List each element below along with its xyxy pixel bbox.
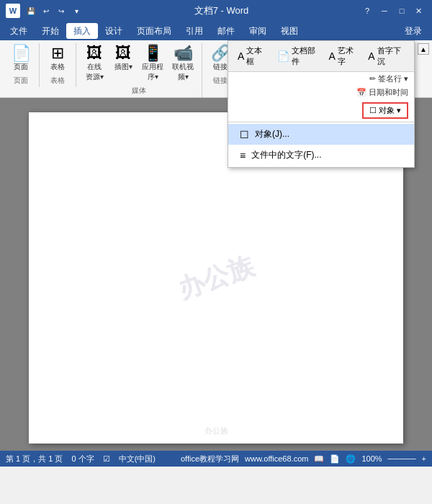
dropdown-items: ☐ 对象(J)... ≡ 文件中的文字(F)... <box>228 122 414 167</box>
status-bar: 第 1 页，共 1 页 0 个字 ☑ 中文(中国) office教程学习网 ww… <box>0 451 432 467</box>
language: 中文(中国) <box>119 454 156 464</box>
object-dropdown-arrow: ▾ <box>397 106 401 115</box>
object-item-icon: ☐ <box>240 129 249 140</box>
docparts-tab[interactable]: 📄 文档部件 <box>274 44 323 68</box>
undo-quick-btn[interactable]: ↩ <box>40 4 53 17</box>
menu-review[interactable]: 审阅 <box>242 23 274 39</box>
menu-page-layout[interactable]: 页面布局 <box>130 23 179 39</box>
object-header-btn[interactable]: ☐ 对象 ▾ <box>362 102 408 119</box>
close-btn[interactable]: ✕ <box>412 4 426 18</box>
ribbon-collapse-btn[interactable]: ▲ <box>418 43 429 55</box>
table-btn[interactable]: ⊞ 表格 <box>44 43 71 74</box>
sign-row-label: ✏ 签名行 ▾ <box>369 73 408 84</box>
online-source-btn[interactable]: 🖼 在线资源▾ <box>81 43 108 84</box>
textbox-label: 文本框 <box>246 45 266 67</box>
quick-access-more[interactable]: ▾ <box>70 4 83 17</box>
illustration-icon: 🖼 <box>115 45 131 61</box>
video-btn[interactable]: 📹 联机视频▾ <box>168 43 197 84</box>
site-label: office教程学习网 <box>181 454 239 464</box>
view-btn-print[interactable]: 📄 <box>330 454 340 464</box>
view-btn-web[interactable]: 🌐 <box>346 454 356 464</box>
sign-date-row: ✏ 签名行 ▾ <box>228 72 414 86</box>
page-btn[interactable]: 📄 页面 <box>7 43 35 74</box>
page-group-label: 页面 <box>14 76 28 86</box>
datetime-label: 📅 日期和时间 <box>356 87 408 98</box>
object-icon-small: ☐ <box>369 106 377 115</box>
menu-file[interactable]: 文件 <box>3 23 35 39</box>
title-bar: W 💾 ↩ ↪ ▾ 文档7 - Word ? ─ □ ✕ <box>0 0 432 22</box>
insert-file-text-item[interactable]: ≡ 文件中的文字(F)... <box>228 145 414 166</box>
video-icon: 📹 <box>174 45 193 61</box>
help-btn[interactable]: ? <box>360 4 374 18</box>
docparts-icon: 📄 <box>277 50 289 62</box>
wordart-tab[interactable]: A 艺术字 <box>325 44 361 68</box>
dropcap-label: 首字下沉 <box>377 45 405 67</box>
title-bar-left: W 💾 ↩ ↪ ▾ <box>6 4 83 18</box>
menu-view[interactable]: 视图 <box>274 23 305 39</box>
zoom-in[interactable]: + <box>422 454 426 463</box>
links-group-label: 链接 <box>213 76 228 86</box>
window-title: 文档7 - Word <box>194 4 249 17</box>
window-controls: ? ─ □ ✕ <box>360 4 426 18</box>
app-icon: 📱 <box>143 45 163 61</box>
ribbon-group-table: ⊞ 表格 表格 <box>40 43 76 87</box>
ribbon-group-page: 📄 页面 页面 <box>3 43 40 87</box>
watermark-bottom: 办公族 <box>204 426 228 436</box>
word-count: 0 个字 <box>71 454 94 464</box>
object-item-label: 对象(J)... <box>255 128 289 140</box>
watermark: 办公族 <box>174 248 258 308</box>
page-count: 第 1 页，共 1 页 <box>6 454 63 464</box>
menu-design[interactable]: 设计 <box>98 23 130 39</box>
menu-insert[interactable]: 插入 <box>66 23 98 39</box>
spell-check-icon: ☑ <box>103 454 110 464</box>
menu-bar: 文件 开始 插入 设计 页面布局 引用 邮件 审阅 视图 登录 <box>0 22 432 40</box>
minimize-btn[interactable]: ─ <box>377 4 392 18</box>
text-tools-row: A 文本框 📄 文档部件 A 艺术字 A 首字下沉 <box>228 41 414 72</box>
illustrations-group-label: 媒体 <box>132 86 146 96</box>
insert-object-item[interactable]: ☐ 对象(J)... <box>228 124 414 145</box>
obj-header-row: ☐ 对象 ▾ <box>228 99 414 122</box>
quick-access-toolbar: 💾 ↩ ↪ ▾ <box>24 4 83 17</box>
view-btn-read[interactable]: 📖 <box>314 454 324 464</box>
file-text-icon: ≡ <box>240 150 246 161</box>
status-right: office教程学习网 www.office68.com 📖 📄 🌐 100% … <box>181 454 426 464</box>
object-dropdown: A 文本框 📄 文档部件 A 艺术字 A 首字下沉 ✏ 签名行 ▾ 📅 日期和时… <box>228 40 415 168</box>
table-icon: ⊞ <box>51 45 64 61</box>
online-icon: 🖼 <box>86 45 102 61</box>
illustration-btn[interactable]: 🖼 插图▾ <box>109 43 137 74</box>
app-btn[interactable]: 📱 应用程序▾ <box>138 43 167 84</box>
login-btn[interactable]: 登录 <box>397 23 429 39</box>
zoom-slider[interactable]: ───── <box>388 454 416 463</box>
site-url: www.office68.com <box>245 454 308 463</box>
object-header-label: 对象 <box>379 105 395 116</box>
redo-quick-btn[interactable]: ↪ <box>55 4 68 17</box>
file-text-label: 文件中的文字(F)... <box>251 149 321 161</box>
table-group-label: 表格 <box>50 76 65 86</box>
dropcap-tab[interactable]: A 首字下沉 <box>364 44 408 68</box>
menu-references[interactable]: 引用 <box>179 23 210 39</box>
page-icon: 📄 <box>12 45 31 61</box>
wordart-label: 艺术字 <box>338 45 358 67</box>
dropcap-icon: A <box>368 50 374 62</box>
zoom-level: 100% <box>361 454 382 463</box>
wordart-icon: A <box>328 50 335 62</box>
save-quick-btn[interactable]: 💾 <box>24 4 37 17</box>
word-icon: W <box>6 4 20 18</box>
ribbon-group-illustrations: 🖼 在线资源▾ 🖼 插图▾ 📱 应用程序▾ 📹 联机视频▾ 媒体 <box>76 43 202 97</box>
menu-home[interactable]: 开始 <box>35 23 66 39</box>
textbox-icon: A <box>238 50 244 62</box>
ribbon: 📄 页面 页面 ⊞ 表格 表格 🖼 在线资源▾ <box>0 40 432 98</box>
maximize-btn[interactable]: □ <box>395 4 409 18</box>
docparts-label: 文档部件 <box>292 45 319 67</box>
textbox-tab[interactable]: A 文本框 <box>234 44 271 68</box>
menu-mail[interactable]: 邮件 <box>210 23 242 39</box>
datetime-row: 📅 日期和时间 <box>228 86 414 99</box>
